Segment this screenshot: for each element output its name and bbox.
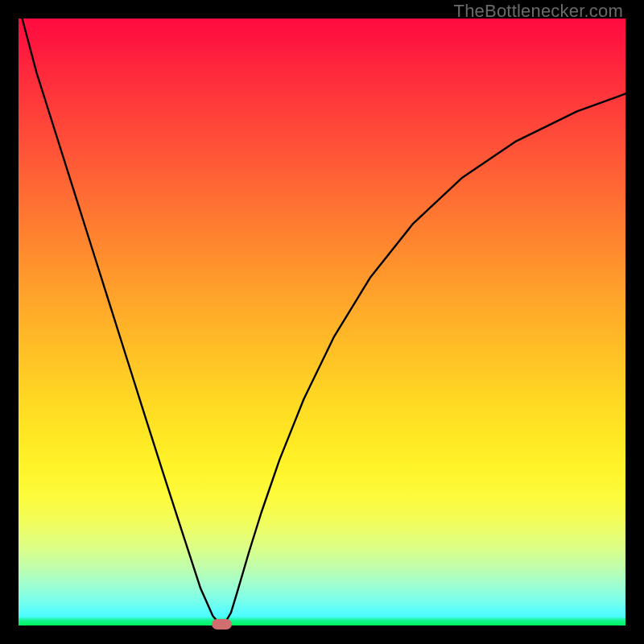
chart-frame: TheBottlenecker.com <box>0 0 644 644</box>
bottleneck-curve-path <box>23 19 625 624</box>
plot-area <box>19 19 625 625</box>
curve-layer <box>19 19 625 625</box>
optimal-marker <box>212 619 232 630</box>
